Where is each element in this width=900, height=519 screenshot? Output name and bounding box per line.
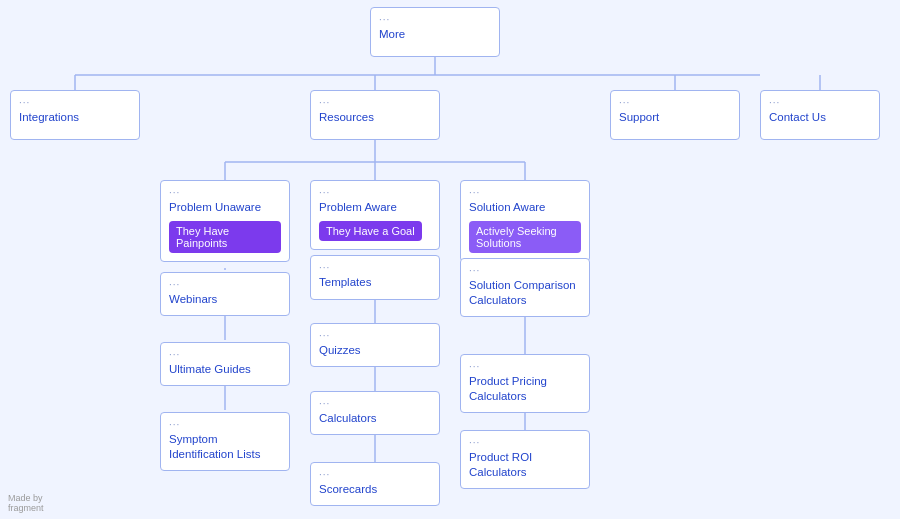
node-label: Resources (319, 111, 374, 123)
node-label: Contact Us (769, 111, 826, 123)
node-label: Support (619, 111, 659, 123)
node-ultimate-guides[interactable]: ··· Ultimate Guides (160, 342, 290, 386)
node-label: Calculators (319, 412, 377, 424)
node-tag: Actively Seeking Solutions (469, 221, 581, 253)
node-dots: ··· (169, 279, 281, 290)
node-dots: ··· (769, 97, 871, 108)
node-dots: ··· (469, 265, 581, 276)
node-label: More (379, 28, 405, 40)
node-support[interactable]: ··· Support (610, 90, 740, 140)
node-label: Integrations (19, 111, 79, 123)
node-label: Scorecards (319, 483, 377, 495)
node-solution-aware[interactable]: ··· Solution Aware Actively Seeking Solu… (460, 180, 590, 262)
node-webinars[interactable]: ··· Webinars (160, 272, 290, 316)
node-dots: ··· (319, 398, 431, 409)
node-label: Solution Comparison Calculators (469, 279, 576, 306)
node-dots: ··· (169, 349, 281, 360)
node-quizzes[interactable]: ··· Quizzes (310, 323, 440, 367)
node-dots: ··· (469, 187, 581, 198)
node-label: Quizzes (319, 344, 361, 356)
node-dots: ··· (379, 14, 491, 25)
node-dots: ··· (19, 97, 131, 108)
node-label: Ultimate Guides (169, 363, 251, 375)
footer: Made by fragment (8, 493, 44, 513)
node-label: Templates (319, 276, 371, 288)
node-symptom-lists[interactable]: ··· Symptom Identification Lists (160, 412, 290, 471)
node-solution-comparison[interactable]: ··· Solution Comparison Calculators (460, 258, 590, 317)
node-dots: ··· (319, 262, 431, 273)
node-tag: They Have Painpoints (169, 221, 281, 253)
node-label: Symptom Identification Lists (169, 433, 260, 460)
node-dots: ··· (469, 361, 581, 372)
node-label: Problem Unaware (169, 201, 261, 213)
node-integrations[interactable]: ··· Integrations (10, 90, 140, 140)
node-templates[interactable]: ··· Templates (310, 255, 440, 300)
node-product-pricing[interactable]: ··· Product Pricing Calculators (460, 354, 590, 413)
node-dots: ··· (169, 187, 281, 198)
node-resources[interactable]: ··· Resources (310, 90, 440, 140)
node-dots: ··· (319, 97, 431, 108)
node-more[interactable]: ··· More (370, 7, 500, 57)
node-dots: ··· (319, 469, 431, 480)
node-dots: ··· (469, 437, 581, 448)
node-label: Problem Aware (319, 201, 397, 213)
node-label: Product ROI Calculators (469, 451, 532, 478)
node-dots: ··· (319, 187, 431, 198)
node-calculators[interactable]: ··· Calculators (310, 391, 440, 435)
node-problem-unaware[interactable]: ··· Problem Unaware They Have Painpoints (160, 180, 290, 262)
node-label: Product Pricing Calculators (469, 375, 547, 402)
node-contact-us[interactable]: ··· Contact Us (760, 90, 880, 140)
node-label: Solution Aware (469, 201, 546, 213)
node-dots: ··· (319, 330, 431, 341)
node-problem-aware[interactable]: ··· Problem Aware They Have a Goal (310, 180, 440, 250)
node-label: Webinars (169, 293, 217, 305)
node-dots: ··· (619, 97, 731, 108)
node-product-roi[interactable]: ··· Product ROI Calculators (460, 430, 590, 489)
node-tag: They Have a Goal (319, 221, 422, 241)
node-dots: ··· (169, 419, 281, 430)
node-scorecards[interactable]: ··· Scorecards (310, 462, 440, 506)
